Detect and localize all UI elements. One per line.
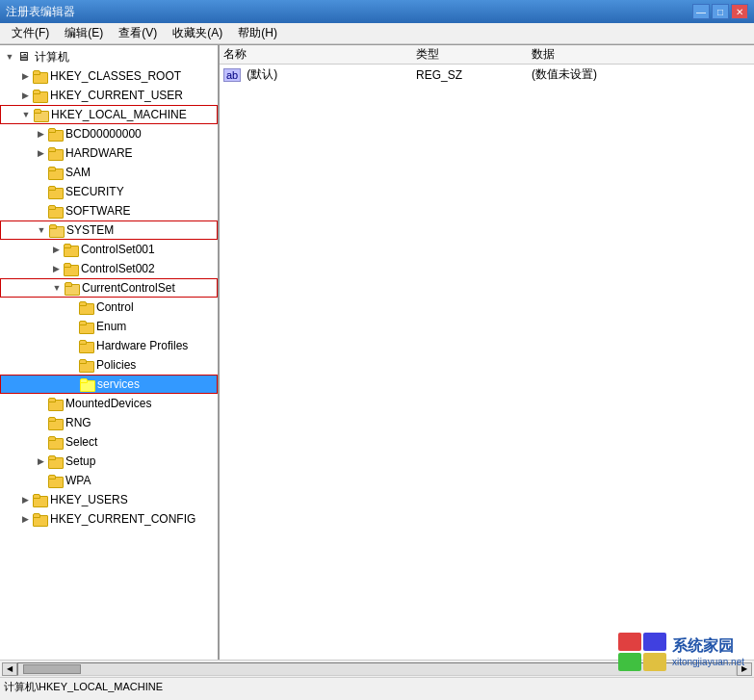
- tree-row-hkcc[interactable]: ▶ HKEY_CURRENT_CONFIG: [0, 509, 218, 529]
- data-cell-type-default: REG_SZ: [416, 68, 532, 82]
- maximize-button[interactable]: □: [712, 4, 729, 19]
- expand-icon-computer: ▼: [2, 49, 17, 65]
- folder-icon-policies: [79, 358, 94, 372]
- tree-label-hklm: HKEY_LOCAL_MACHINE: [51, 108, 187, 121]
- tree-row-control[interactable]: Control: [0, 298, 218, 317]
- folder-icon-security: [48, 185, 64, 198]
- watermark: 系统家园 xitongjiayuan.net: [618, 633, 744, 671]
- folder-icon-ccs: [65, 281, 80, 295]
- minimize-button[interactable]: —: [692, 4, 710, 19]
- tree-row-rng[interactable]: RNG: [0, 413, 218, 432]
- tree-label-setup: Setup: [65, 454, 95, 468]
- tree-label-cs001: ControlSet001: [81, 243, 155, 256]
- logo-block-2: [643, 633, 666, 651]
- tree-row-hkcr[interactable]: ▶ HKEY_CLASSES_ROOT: [0, 66, 218, 86]
- expand-icon-ccs: ▼: [49, 280, 65, 296]
- logo-block-4: [643, 653, 666, 671]
- folder-icon-hwprofiles: [79, 339, 94, 352]
- data-panel: 名称 类型 数据 ab (默认) REG_SZ (数值未设置): [220, 45, 754, 660]
- expand-icon-bcd: ▶: [33, 126, 48, 142]
- reg-value-icon: ab: [223, 68, 241, 82]
- tree-label-hkcu: HKEY_CURRENT_USER: [50, 89, 183, 102]
- tree-row-hku[interactable]: ▶ HKEY_USERS: [0, 490, 218, 509]
- tree-row-cs001[interactable]: ▶ ControlSet001: [0, 240, 218, 259]
- status-bar: 计算机\HKEY_LOCAL_MACHINE: [0, 677, 754, 696]
- tree-row-ccs[interactable]: ▼ CurrentControlSet: [0, 278, 218, 298]
- tree-panel[interactable]: ▼ 计算机 ▶ HKEY_CLASSES_ROOT ▶ HKEY_CURRENT…: [0, 45, 220, 660]
- scroll-thumb[interactable]: [23, 664, 81, 674]
- tree-row-policies[interactable]: Policies: [0, 355, 218, 375]
- expand-icon-system: ▼: [34, 222, 49, 238]
- folder-icon-cs002: [64, 262, 79, 275]
- tree-row-mounteddevices[interactable]: MountedDevices: [0, 394, 218, 413]
- tree-label-mounteddevices: MountedDevices: [65, 397, 151, 410]
- tree-row-hwprofiles[interactable]: Hardware Profiles: [0, 336, 218, 355]
- folder-icon-system: [49, 223, 65, 237]
- title-bar: 注册表编辑器 — □ ✕: [0, 0, 754, 23]
- menu-view[interactable]: 查看(V): [111, 23, 165, 43]
- menu-file[interactable]: 文件(F): [4, 23, 57, 43]
- folder-icon-setup: [48, 454, 64, 468]
- tree-label-system: SYSTEM: [66, 223, 114, 237]
- tree-node-computer: ▼ 计算机 ▶ HKEY_CLASSES_ROOT ▶ HKEY_CURRENT…: [0, 47, 218, 529]
- tree-row-cs002[interactable]: ▶ ControlSet002: [0, 259, 218, 278]
- tree-label-select: Select: [65, 435, 97, 449]
- tree-row-enum[interactable]: Enum: [0, 317, 218, 336]
- expand-icon-hklm: ▼: [18, 107, 34, 122]
- tree-label-security: SECURITY: [65, 185, 124, 198]
- tree-label-hkcc: HKEY_CURRENT_CONFIG: [50, 512, 195, 526]
- scroll-left-button[interactable]: ◀: [2, 662, 17, 676]
- column-header-type: 类型: [416, 46, 532, 63]
- tree-label-services: services: [97, 377, 140, 391]
- tree-label-hku: HKEY_USERS: [50, 493, 128, 506]
- menu-edit[interactable]: 编辑(E): [57, 23, 111, 43]
- tree-row-select[interactable]: Select: [0, 432, 218, 452]
- tree-row-hkcu[interactable]: ▶ HKEY_CURRENT_USER: [0, 86, 218, 105]
- data-value-name: (默认): [247, 66, 277, 83]
- tree-label-bcd: BCD00000000: [65, 127, 142, 141]
- folder-icon-hklm: [34, 108, 49, 121]
- folder-icon-hkcr: [33, 69, 48, 83]
- menu-favorites[interactable]: 收藏夹(A): [165, 23, 230, 43]
- expand-icon-cs002: ▶: [48, 261, 64, 276]
- tree-label-hardware: HARDWARE: [65, 146, 133, 160]
- tree-row-security[interactable]: SECURITY: [0, 182, 218, 201]
- tree-label-cs002: ControlSet002: [81, 262, 155, 275]
- tree-label-hkcr: HKEY_CLASSES_ROOT: [50, 69, 181, 83]
- computer-icon: [17, 50, 33, 64]
- tree-label-sam: SAM: [65, 166, 91, 179]
- watermark-main-text: 系统家园: [672, 636, 744, 657]
- tree-row-computer[interactable]: ▼ 计算机: [0, 47, 218, 66]
- expand-icon-hkcr: ▶: [17, 68, 33, 84]
- tree-row-services[interactable]: services: [0, 375, 218, 394]
- close-button[interactable]: ✕: [731, 4, 748, 19]
- tree-row-wpa[interactable]: WPA: [0, 471, 218, 490]
- expand-icon-hkcc: ▶: [17, 511, 33, 527]
- tree-row-bcd[interactable]: ▶ BCD00000000: [0, 124, 218, 143]
- folder-icon-select: [48, 435, 64, 449]
- data-cell-name-default: ab (默认): [223, 66, 416, 83]
- folder-icon-enum: [79, 320, 94, 333]
- tree-row-hardware[interactable]: ▶ HARDWARE: [0, 143, 218, 163]
- folder-icon-wpa: [48, 474, 64, 487]
- tree-row-setup[interactable]: ▶ Setup: [0, 452, 218, 471]
- window-title: 注册表编辑器: [6, 4, 75, 20]
- tree-label-enum: Enum: [96, 320, 126, 333]
- folder-icon-hardware: [48, 146, 64, 160]
- data-row-default[interactable]: ab (默认) REG_SZ (数值未设置): [220, 65, 754, 85]
- expand-icon-hkcu: ▶: [17, 88, 33, 103]
- tree-row-hklm[interactable]: ▼ HKEY_LOCAL_MACHINE: [0, 105, 218, 124]
- tree-label-software: SOFTWARE: [65, 204, 131, 218]
- menu-help[interactable]: 帮助(H): [230, 23, 285, 43]
- folder-icon-services: [80, 377, 95, 391]
- watermark-sub-text: xitongjiayuan.net: [672, 657, 744, 667]
- tree-row-software[interactable]: SOFTWARE: [0, 201, 218, 220]
- tree-label-wpa: WPA: [65, 474, 91, 487]
- window-controls: — □ ✕: [692, 4, 748, 19]
- tree-row-system[interactable]: ▼ SYSTEM: [0, 220, 218, 240]
- watermark-logo: [618, 633, 666, 671]
- watermark-text-container: 系统家园 xitongjiayuan.net: [672, 636, 744, 667]
- data-cell-value-default: (数值未设置): [532, 66, 750, 83]
- tree-row-sam[interactable]: SAM: [0, 163, 218, 182]
- folder-icon-hkcu: [33, 89, 48, 102]
